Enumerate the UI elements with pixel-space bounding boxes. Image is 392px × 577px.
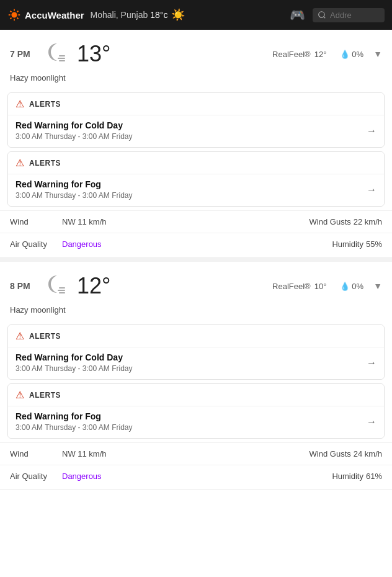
alert-time-7pm-2: 3:00 AM Thursday - 3:00 AM Friday [16,191,367,200]
logo-sun-icon [7,8,21,22]
wind-stat-7pm: Wind NW 11 km/h [10,217,196,226]
moon-svg-7pm [40,37,69,67]
alert-title-7pm-1: Red Warning for Cold Day [16,120,367,130]
realfeel-value-8pm: 10° [314,282,327,291]
hourly-block-7pm: 7 PM 13° RealFeel® 12° 💧 0% ▼ Hazy moonl… [0,30,392,258]
svg-line-6 [17,17,18,19]
alert-header-row-7pm-2: ⚠ ALERTS [8,152,384,174]
hour-desc-8pm: Hazy moonlight [0,305,392,321]
humidity-label-7pm: Humidity [332,239,363,249]
hour-label-7pm: 7 PM [10,49,32,59]
search-input[interactable] [330,11,380,20]
search-bar[interactable] [313,8,385,22]
air-quality-label-7pm: Air Quality [10,239,60,249]
alert-info-8pm-1: Red Warning for Cold Day 3:00 AM Thursda… [16,352,367,373]
wind-value-8pm: NW 11 km/h [62,449,107,458]
app-header: AccuWeather Mohali, Punjab 18°c ☀️ 🎮 [0,0,392,30]
hour-temp-7pm: 13° [77,41,110,67]
svg-line-7 [17,11,18,12]
current-weather-icon: ☀️ [171,8,185,22]
wind-value-7pm: NW 11 km/h [62,217,107,226]
alert-arrow-7pm-2[interactable]: → [367,184,376,195]
alert-body-8pm-2[interactable]: Red Warning for Fog 3:00 AM Thursday - 3… [8,406,384,438]
alert-info-7pm-2: Red Warning for Fog 3:00 AM Thursday - 3… [16,179,367,200]
current-temp: 18°c [150,10,167,20]
wind-gusts-label-7pm: Wind Gusts [310,217,351,226]
header-right: 🎮 [290,7,385,22]
wind-gusts-label-8pm: Wind Gusts [310,449,351,458]
realfeel-8pm: RealFeel® 10° [272,282,326,291]
expand-icon-8pm[interactable]: ▼ [373,281,382,291]
alert-card-8pm-2: ⚠ ALERTS Red Warning for Fog 3:00 AM Thu… [7,383,385,439]
alert-triangle-icon-8pm-1: ⚠ [16,330,24,342]
humidity-value-8pm: 61% [366,472,382,481]
alert-label-7pm-2: ALERTS [29,159,61,168]
alert-info-8pm-2: Red Warning for Fog 3:00 AM Thursday - 3… [16,411,367,432]
humidity-value-7pm: 55% [366,239,382,249]
precip-8pm: 💧 0% [340,282,363,291]
svg-point-0 [11,12,17,17]
alert-arrow-8pm-2[interactable]: → [367,416,376,427]
alert-header-row-8pm-2: ⚠ ALERTS [8,384,384,406]
alert-arrow-7pm-1[interactable]: → [367,125,376,136]
svg-line-10 [324,17,326,19]
alert-label-8pm-2: ALERTS [29,391,61,400]
air-quality-stat-8pm: Air Quality Dangerous [10,472,196,481]
air-quality-row-8pm: Air Quality Dangerous Humidity 61% [0,465,392,490]
wind-row-7pm: Wind NW 11 km/h Wind Gusts 22 km/h [0,210,392,233]
alert-card-7pm-2: ⚠ ALERTS Red Warning for Fog 3:00 AM Thu… [7,151,385,207]
alert-header-row-8pm-1: ⚠ ALERTS [8,325,384,347]
hour-label-8pm: 8 PM [10,281,32,291]
controller-icon[interactable]: 🎮 [290,7,305,22]
realfeel-7pm: RealFeel® 12° [272,50,326,59]
realfeel-label-7pm: RealFeel® [272,50,311,59]
moon-svg-8pm [40,269,69,299]
alert-time-8pm-2: 3:00 AM Thursday - 3:00 AM Friday [16,423,367,432]
hour-temp-8pm: 12° [77,273,110,299]
precip-value-8pm: 0% [352,282,363,291]
alert-card-8pm-1: ⚠ ALERTS Red Warning for Cold Day 3:00 A… [7,324,385,380]
alert-title-8pm-2: Red Warning for Fog [16,411,367,421]
search-icon [318,11,326,19]
alert-time-7pm-1: 3:00 AM Thursday - 3:00 AM Friday [16,132,367,141]
humidity-stat-7pm: Humidity 55% [196,239,382,249]
hourly-block-8pm: 8 PM 12° RealFeel® 10° 💧 0% ▼ Hazy moonl… [0,262,392,490]
location-text: Mohali, Punjab [91,10,148,20]
precip-value-7pm: 0% [352,50,363,59]
wind-label-7pm: Wind [10,217,60,226]
alert-arrow-8pm-1[interactable]: → [367,357,376,369]
air-quality-stat-7pm: Air Quality Dangerous [10,239,196,249]
alert-time-8pm-1: 3:00 AM Thursday - 3:00 AM Friday [16,364,367,373]
air-quality-label-8pm: Air Quality [10,472,60,481]
hour-header-7pm: 7 PM 13° RealFeel® 12° 💧 0% ▼ [0,30,392,73]
alert-header-row-7pm-1: ⚠ ALERTS [8,93,384,115]
alert-body-7pm-1[interactable]: Red Warning for Cold Day 3:00 AM Thursda… [8,115,384,147]
alert-label-7pm-1: ALERTS [29,100,61,109]
precip-icon-7pm: 💧 [340,50,350,59]
hour-desc-7pm: Hazy moonlight [0,73,392,89]
svg-line-8 [10,17,11,19]
wind-stat-8pm: Wind NW 11 km/h [10,449,196,458]
alert-title-7pm-2: Red Warning for Fog [16,179,367,189]
alert-info-7pm-1: Red Warning for Cold Day 3:00 AM Thursda… [16,120,367,141]
hour-header-8pm: 8 PM 12° RealFeel® 10° 💧 0% ▼ [0,262,392,305]
air-quality-value-8pm: Dangerous [62,472,102,481]
svg-point-9 [319,12,324,17]
alert-triangle-icon-8pm-2: ⚠ [16,389,24,401]
logo-section: AccuWeather [7,8,91,22]
alert-body-8pm-1[interactable]: Red Warning for Cold Day 3:00 AM Thursda… [8,347,384,379]
svg-line-5 [10,11,11,12]
realfeel-label-8pm: RealFeel® [272,282,311,291]
alert-title-8pm-1: Red Warning for Cold Day [16,352,367,362]
wind-gusts-value-7pm: 22 km/h [354,217,382,226]
expand-icon-7pm[interactable]: ▼ [373,49,382,59]
precip-7pm: 💧 0% [340,50,363,59]
precip-icon-8pm: 💧 [340,282,350,291]
realfeel-value-7pm: 12° [314,50,327,59]
alert-card-7pm-1: ⚠ ALERTS Red Warning for Cold Day 3:00 A… [7,92,385,148]
wind-gusts-value-8pm: 24 km/h [354,449,382,458]
alert-triangle-icon-7pm-2: ⚠ [16,157,24,169]
wind-row-8pm: Wind NW 11 km/h Wind Gusts 24 km/h [0,442,392,465]
wind-gusts-stat-7pm: Wind Gusts 22 km/h [196,217,382,226]
alert-body-7pm-2[interactable]: Red Warning for Fog 3:00 AM Thursday - 3… [8,174,384,206]
